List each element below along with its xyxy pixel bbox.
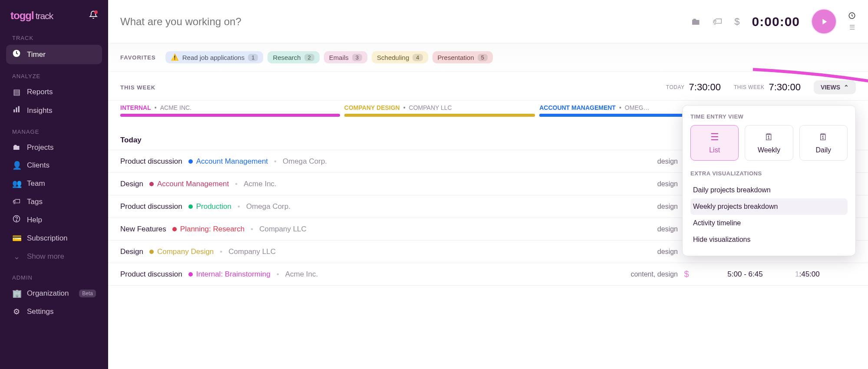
team-icon: 👥 (12, 179, 21, 188)
entry-project[interactable]: Company Design (149, 247, 214, 256)
sidebar-item-reports[interactable]: ▤ Reports (6, 83, 102, 101)
svg-point-5 (16, 220, 17, 221)
sidebar-item-help[interactable]: Help (6, 211, 102, 229)
chevron-down-icon: ⌄ (12, 252, 21, 261)
chip-label: Read job applications (182, 54, 244, 61)
main: 🖿 🏷 $ 0:00:00 ☰ FAVORITES ⚠️Read job app… (108, 0, 868, 369)
favorite-chip[interactable]: Emails3 (324, 51, 367, 63)
favorite-chip[interactable]: Research2 (267, 51, 319, 63)
views-button[interactable]: VIEWS ⌃ (814, 80, 856, 94)
timer-description-input[interactable] (120, 16, 683, 28)
sidebar-item-clients[interactable]: 👤Clients (6, 156, 102, 175)
entry-tags[interactable]: design (621, 248, 678, 256)
chip-count: 2 (304, 54, 314, 61)
chip-label: Scheduling (377, 54, 409, 61)
sidebar-label-organization: Organization (27, 289, 69, 298)
view-card-daily-label: Daily (816, 146, 832, 154)
entry-project[interactable]: Planning: Research (172, 225, 244, 234)
sidebar-label-reports: Reports (27, 88, 53, 96)
sidebar-item-showmore[interactable]: ⌄Show more (6, 247, 102, 266)
sidebar-item-timer[interactable]: Timer (6, 45, 102, 64)
sidebar-item-organization[interactable]: 🏢 Organization Beta (6, 284, 102, 303)
vis-option-hide[interactable]: Hide visualizations (690, 231, 848, 248)
view-card-daily[interactable]: 🗓 Daily (799, 125, 848, 161)
segment-client: OMEG… (625, 104, 650, 111)
segment-bar (539, 114, 695, 117)
view-card-list-label: List (709, 146, 720, 154)
sidebar-item-projects[interactable]: 🖿Projects (6, 138, 102, 156)
today-label: TODAY (666, 84, 685, 90)
manual-mode-icon[interactable]: ☰ (849, 23, 855, 31)
project-select-icon[interactable]: 🖿 (691, 16, 700, 27)
favorite-chip[interactable]: Scheduling4 (372, 51, 428, 63)
section-track: TRACK (6, 26, 102, 45)
billable-toggle-icon[interactable]: $ (734, 16, 739, 27)
entry-tags[interactable]: design (621, 158, 678, 165)
notifications-bell-icon[interactable] (89, 10, 98, 21)
sidebar-item-insights[interactable]: Insights (6, 101, 102, 120)
start-timer-button[interactable] (812, 10, 836, 33)
svg-rect-1 (13, 109, 15, 112)
entry-client: Acme Inc. (244, 180, 277, 188)
entry-duration[interactable]: 1:45:00 (795, 270, 856, 279)
entry-description: Product discussion (120, 270, 182, 279)
vis-option-activity-timeline[interactable]: Activity timeline (690, 215, 848, 231)
entry-tags[interactable]: content, design (621, 270, 678, 278)
sidebar-item-subscription[interactable]: 💳Subscription (6, 229, 102, 247)
time-entry-row[interactable]: Product discussionInternal: Brainstormin… (108, 263, 868, 286)
svg-rect-3 (18, 106, 20, 112)
section-admin: ADMIN (6, 266, 102, 284)
chip-label: Research (273, 54, 300, 61)
entry-project[interactable]: Production (188, 202, 231, 211)
segment-bar (344, 114, 535, 117)
entry-billable-icon[interactable]: $ (678, 269, 695, 279)
favorites-label: FAVORITES (120, 54, 156, 61)
timer-bar: 🖿 🏷 $ 0:00:00 ☰ (108, 0, 868, 43)
vis-option-weekly-breakdown[interactable]: Weekly projects breakdown (690, 198, 848, 215)
chip-count: 1 (248, 54, 258, 61)
timer-mode-icon[interactable] (848, 12, 856, 21)
popover-heading-extra: EXTRA VISUALIZATIONS (690, 170, 848, 182)
timer-display: 0:00:00 (752, 14, 800, 29)
tags-select-icon[interactable]: 🏷 (713, 16, 722, 27)
chip-count: 4 (413, 54, 422, 61)
logo-name: toggl (10, 10, 34, 21)
sidebar-label-clients: Clients (27, 161, 50, 170)
entry-description: New Features (120, 225, 166, 234)
segment-bar (120, 114, 340, 117)
entry-tags[interactable]: design (621, 180, 678, 188)
view-card-list[interactable]: ☰ List (690, 125, 739, 161)
views-button-label: VIEWS (821, 84, 840, 91)
sidebar-item-team[interactable]: 👥Team (6, 175, 102, 193)
favorite-chip[interactable]: ⚠️Read job applications1 (165, 51, 264, 63)
entry-project[interactable]: Internal: Brainstorming (188, 270, 271, 279)
sidebar-item-settings[interactable]: ⚙Settings (6, 303, 102, 321)
segment-project: COMPANY DESIGN (344, 104, 400, 111)
organization-icon: 🏢 (12, 289, 21, 298)
favorite-chip[interactable]: Presentation5 (432, 51, 493, 63)
sidebar: toggltrack TRACK Timer ANALYZE ▤ Reports… (0, 0, 108, 369)
entry-project[interactable]: Account Management (188, 157, 268, 166)
beta-badge: Beta (79, 290, 96, 297)
breakdown-segment[interactable]: COMPANY DESIGN•COMPANY LLC (344, 104, 535, 117)
entry-tags[interactable]: design (621, 203, 678, 211)
today-value: 7:30:00 (689, 82, 721, 93)
view-card-weekly[interactable]: 🗓 Weekly (745, 125, 793, 161)
sidebar-label-team: Team (27, 179, 45, 188)
breakdown-segment[interactable]: ACCOUNT MANAGEMENT•OMEG… (539, 104, 695, 117)
sidebar-label-showmore: Show more (27, 252, 64, 261)
logo[interactable]: toggltrack (10, 10, 53, 22)
clock-icon (12, 49, 21, 60)
entry-client: Acme Inc. (285, 270, 318, 279)
favorites-bar: FAVORITES ⚠️Read job applications1Resear… (108, 43, 868, 72)
entry-time-range[interactable]: 5:00 - 6:45 (695, 270, 795, 279)
entry-project[interactable]: Account Management (149, 180, 229, 188)
summary-bar: THIS WEEK TODAY 7:30:00 THIS WEEK 7:30:0… (108, 72, 868, 101)
entry-tags[interactable]: design (621, 225, 678, 233)
sidebar-label-projects: Projects (27, 143, 53, 152)
sidebar-item-tags[interactable]: 🏷Tags (6, 193, 102, 211)
sidebar-label-settings: Settings (27, 307, 53, 316)
breakdown-segment[interactable]: INTERNAL•ACME INC. (120, 104, 340, 117)
vis-option-daily-breakdown[interactable]: Daily projects breakdown (690, 182, 848, 198)
chip-count: 3 (352, 54, 362, 61)
